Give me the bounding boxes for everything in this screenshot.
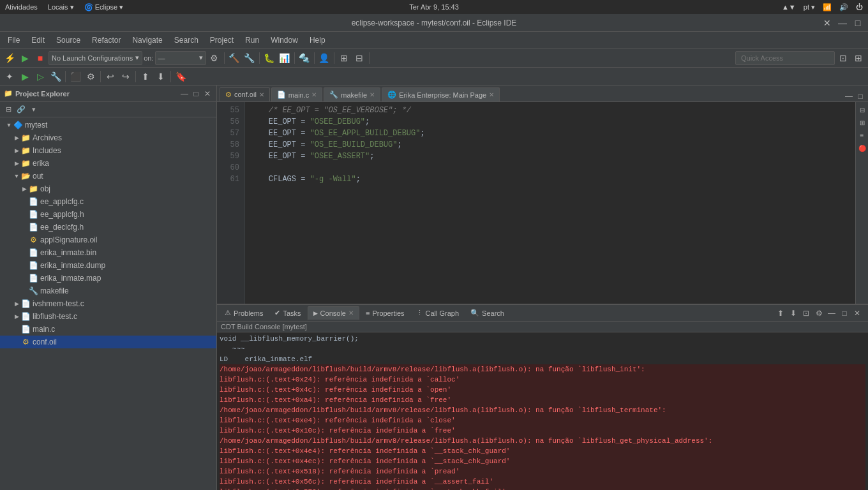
activities-menu[interactable]: Atividades bbox=[5, 3, 38, 11]
maximize-panel-button[interactable]: □ bbox=[191, 89, 201, 99]
erika-tab-close[interactable]: ✕ bbox=[489, 91, 494, 98]
tree-item-erika-inmate-bin[interactable]: ▶ 📄 erika_inmate.bin bbox=[0, 246, 216, 259]
user-button[interactable]: 👤 bbox=[317, 51, 331, 65]
new-button[interactable]: ⚡ bbox=[3, 51, 17, 65]
menu-navigate[interactable]: Navigate bbox=[127, 34, 167, 46]
menu-run[interactable]: Run bbox=[240, 34, 264, 46]
menu-edit[interactable]: Edit bbox=[26, 34, 50, 46]
console-close-button[interactable]: ✕ bbox=[851, 308, 863, 319]
tree-item-obj[interactable]: ▶ 📁 obj bbox=[0, 182, 216, 195]
maximize-button[interactable]: □ bbox=[853, 18, 863, 28]
tree-item-applsignature[interactable]: ▶ ⚙ applSignature.oil bbox=[0, 234, 216, 246]
tree-item-mytest[interactable]: ▼ 🔷 mytest bbox=[0, 119, 216, 131]
next-edit-button[interactable]: ⬇ bbox=[154, 70, 168, 84]
menu-file[interactable]: File bbox=[3, 34, 25, 46]
language-menu[interactable]: pt ▾ bbox=[804, 3, 815, 11]
bookmark-button[interactable]: 🔖 bbox=[174, 70, 188, 84]
tree-item-ee-applcfg-h[interactable]: ▶ 📄 ee_applcfg.h bbox=[0, 208, 216, 221]
tab-properties[interactable]: ≡ Properties bbox=[361, 306, 410, 320]
tab-main-c[interactable]: 📄 main.c ✕ bbox=[271, 87, 322, 101]
tab-conf-oil[interactable]: ⚙ conf.oil ✕ bbox=[220, 87, 270, 101]
tree-item-out[interactable]: ▼ 📂 out bbox=[0, 170, 216, 182]
settings-button[interactable]: ⚙ bbox=[207, 51, 221, 65]
console-up-button[interactable]: ⬆ bbox=[775, 308, 786, 319]
quick-access-input[interactable] bbox=[735, 51, 835, 65]
stop-button[interactable]: ■ bbox=[33, 51, 47, 65]
volume-icon[interactable]: 🔊 bbox=[839, 3, 848, 11]
prev-edit-button[interactable]: ⬆ bbox=[138, 70, 153, 84]
main-c-tab-close[interactable]: ✕ bbox=[311, 91, 317, 98]
tree-item-main-c[interactable]: ▶ 📄 main.c bbox=[0, 323, 216, 336]
tree-item-erika-inmate-dump[interactable]: ▶ 📄 erika_inmate.dump bbox=[0, 259, 216, 272]
console-settings-button[interactable]: ⚙ bbox=[813, 308, 825, 319]
run3-button[interactable]: ▷ bbox=[33, 70, 47, 84]
tree-item-libflush-test[interactable]: ▶ 📄 libflush-test.c bbox=[0, 310, 216, 323]
build2-button[interactable]: 🔧 bbox=[49, 70, 63, 84]
tree-item-archives[interactable]: ▶ 📁 Archives bbox=[0, 131, 216, 144]
tab-problems[interactable]: ⚠ Problems bbox=[220, 306, 268, 320]
editor-minimize-button[interactable]: — bbox=[844, 91, 854, 101]
explorer-menu-button[interactable]: ▾ bbox=[28, 104, 40, 115]
console-content[interactable]: void __libflush_memory_barrier(); ~~~ LD… bbox=[217, 332, 868, 490]
makefile-tab-close[interactable]: ✕ bbox=[370, 91, 375, 98]
console-copy-button[interactable]: ⊡ bbox=[800, 308, 812, 319]
tab-makefile[interactable]: 🔧 makefile ✕ bbox=[324, 87, 380, 101]
menu-help[interactable]: Help bbox=[304, 34, 331, 46]
tree-item-includes[interactable]: ▶ 📁 Includes bbox=[0, 144, 216, 157]
wifi-icon[interactable]: 📶 bbox=[823, 3, 832, 11]
build-button[interactable]: 🔨 bbox=[227, 51, 241, 65]
menu-project[interactable]: Project bbox=[205, 34, 239, 46]
tree-item-ivshmem-test[interactable]: ▶ 📄 ivshmem-test.c bbox=[0, 297, 216, 310]
console-minimize-button[interactable]: — bbox=[826, 308, 837, 319]
tools-button[interactable]: 🔩 bbox=[297, 51, 311, 65]
back-button[interactable]: ⬛ bbox=[68, 70, 82, 84]
console-tab-close[interactable]: ✕ bbox=[348, 309, 354, 316]
perspective-switcher-button[interactable]: ⊡ bbox=[836, 51, 850, 65]
editor-mini-btn-3[interactable]: ≡ bbox=[857, 130, 867, 140]
tree-item-conf-oil[interactable]: ▶ ⚙ conf.oil bbox=[0, 336, 216, 348]
editor-mini-btn-4[interactable]: 🔴 bbox=[857, 143, 867, 153]
perspective-switch2-button[interactable]: ⊞ bbox=[851, 51, 865, 65]
tree-item-ee-applcfg-c[interactable]: ▶ 📄 ee_applcfg.c bbox=[0, 195, 216, 208]
build-all-button[interactable]: 🔧 bbox=[243, 51, 257, 65]
locais-menu[interactable]: Locais ▾ bbox=[48, 3, 74, 11]
tree-item-erika-inmate-map[interactable]: ▶ 📄 erika_inmate.map bbox=[0, 272, 216, 285]
link-editor-button[interactable]: 🔗 bbox=[15, 104, 27, 115]
tree-item-ee-declcfg-h[interactable]: ▶ 📄 ee_declcfg.h bbox=[0, 221, 216, 234]
tree-item-erika[interactable]: ▶ 📁 erika bbox=[0, 157, 216, 170]
profile-button[interactable]: 📊 bbox=[278, 51, 292, 65]
tab-erika[interactable]: 🌐 Erika Enterprise: Main Page ✕ bbox=[382, 87, 500, 101]
tree-item-makefile-out[interactable]: ▶ 🔧 makefile bbox=[0, 285, 216, 297]
tab-callgraph[interactable]: ⋮ Call Graph bbox=[411, 306, 465, 320]
conf-oil-tab-close[interactable]: ✕ bbox=[259, 91, 264, 98]
editor-mini-btn-1[interactable]: ⊟ bbox=[857, 105, 867, 115]
code-content[interactable]: /* EE_OPT = "OS_EE_VERBOSE"; */ EE_OPT =… bbox=[245, 102, 855, 304]
perspective-button[interactable]: ⊞ bbox=[337, 51, 351, 65]
editor-mini-btn-2[interactable]: ⊞ bbox=[857, 117, 867, 128]
launch-config-dropdown[interactable]: No Launch Configurations ▾ bbox=[49, 51, 142, 65]
console-maximize-button[interactable]: □ bbox=[839, 308, 850, 319]
close-panel-button[interactable]: ✕ bbox=[202, 89, 213, 99]
minimize-panel-button[interactable]: — bbox=[179, 89, 190, 99]
tab-console[interactable]: ▶ Console ✕ bbox=[308, 306, 359, 320]
tab-tasks[interactable]: ✔ Tasks bbox=[269, 306, 306, 320]
menu-source[interactable]: Source bbox=[51, 34, 86, 46]
power-icon[interactable]: ⏻ bbox=[856, 3, 863, 11]
redo-button[interactable]: ↪ bbox=[119, 70, 133, 84]
view-button[interactable]: ⊟ bbox=[352, 51, 366, 65]
on-value-dropdown[interactable]: — ▾ bbox=[155, 51, 206, 65]
tab-search[interactable]: 🔍 Search bbox=[465, 306, 509, 320]
forward-button[interactable]: ⚙ bbox=[84, 70, 98, 84]
debug-button[interactable]: 🐛 bbox=[262, 51, 276, 65]
console-down-button[interactable]: ⬇ bbox=[788, 308, 799, 319]
menu-window[interactable]: Window bbox=[266, 34, 303, 46]
collapse-all-button[interactable]: ⊟ bbox=[3, 104, 14, 115]
menu-refactor[interactable]: Refactor bbox=[87, 34, 126, 46]
editor-maximize-button[interactable]: □ bbox=[855, 91, 865, 101]
close-button[interactable]: ✕ bbox=[822, 18, 832, 28]
run2-button[interactable]: ▶ bbox=[18, 70, 32, 84]
new2-button[interactable]: ✦ bbox=[3, 70, 17, 84]
undo-button[interactable]: ↩ bbox=[103, 70, 117, 84]
run-button[interactable]: ▶ bbox=[18, 51, 32, 65]
minimize-button[interactable]: — bbox=[837, 18, 848, 28]
